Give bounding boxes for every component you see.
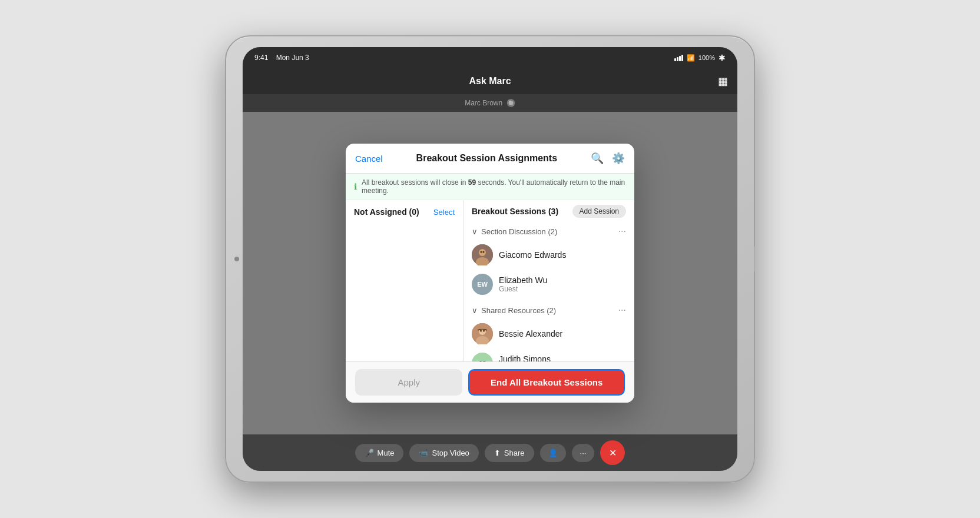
participant-info-judith: Judith Simons Guest (499, 354, 551, 361)
breakout-sessions-title: Breakout Sessions (3) (472, 207, 558, 216)
svg-point-9 (483, 330, 485, 332)
status-icons: 📶 100% ✱ (674, 53, 726, 62)
ipad-screen: 9:41 Mon Jun 3 📶 100% ✱ Ask Marc (243, 47, 737, 471)
modal-overlay: Cancel Breakout Session Assignments 🔍 ⚙️… (243, 112, 737, 434)
status-date: Mon Jun 3 (276, 54, 309, 62)
more-icon-1[interactable]: ··· (618, 226, 626, 237)
session-group-header-1: ∨ Section Discussion (2) ··· (463, 223, 634, 240)
session-group-label-1: ∨ Section Discussion (2) (472, 227, 557, 236)
info-banner: ℹ All breakout sessions will close in 59… (346, 174, 634, 200)
more-icon-2[interactable]: ··· (618, 305, 626, 316)
bottom-controls: 🎤 Mute 📹 Stop Video ⬆ Share 👤 ··· (243, 434, 737, 471)
modal-header-icons: 🔍 ⚙️ (591, 152, 625, 165)
modal-footer: Apply End All Breakout Sessions (346, 361, 634, 403)
mute-label: Mute (378, 449, 395, 457)
svg-point-1 (479, 249, 486, 256)
participants-icon: 👤 (548, 449, 558, 457)
app-header: Ask Marc ▦ (243, 68, 737, 94)
participant-row-judith: JS Judith Simons Guest (463, 348, 634, 361)
share-label: Share (504, 449, 525, 457)
signal-bar-4 (681, 55, 683, 61)
end-all-breakout-sessions-button[interactable]: End All Breakout Sessions (468, 369, 625, 396)
participant-row-elizabeth: EW Elizabeth Wu Guest (463, 270, 634, 299)
mute-icon: 🎤 (365, 449, 374, 457)
svg-point-4 (483, 251, 485, 253)
left-dot (234, 257, 239, 261)
more-button[interactable]: ··· (572, 444, 595, 462)
signal-bar-2 (677, 57, 678, 61)
session-group-2: ∨ Shared Resources (2) ··· (463, 301, 634, 361)
grid-icon[interactable]: ▦ (718, 75, 728, 88)
stop-video-button[interactable]: 📹 Stop Video (409, 444, 478, 462)
app-title: Ask Marc (469, 76, 511, 87)
participant-name-elizabeth: Elizabeth Wu (499, 275, 547, 285)
settings-icon[interactable]: ⚙️ (612, 152, 625, 165)
session-group-1: ∨ Section Discussion (2) ··· (463, 223, 634, 299)
status-bar-left: 9:41 Mon Jun 3 (254, 54, 309, 62)
chevron-down-icon-2: ∨ (472, 306, 478, 315)
avatar-bessie (472, 323, 493, 344)
left-panel: Not Assigned (0) Select (346, 200, 463, 361)
ipad-shell: 9:41 Mon Jun 3 📶 100% ✱ Ask Marc (225, 35, 755, 483)
app-area: Ask Marc ▦ Marc Brown 🔘 Cancel Breakout … (243, 68, 737, 471)
participant-info-elizabeth: Elizabeth Wu Guest (499, 275, 547, 293)
modal-title: Breakout Session Assignments (416, 153, 557, 164)
signal-bars (674, 55, 683, 61)
signal-bar-3 (679, 56, 681, 61)
share-button[interactable]: ⬆ Share (485, 444, 534, 462)
share-icon: ⬆ (494, 449, 501, 457)
host-name: Marc Brown (465, 99, 502, 107)
home-button[interactable] (745, 244, 754, 274)
avatar-img-bessie (472, 323, 493, 344)
meeting-bar: Marc Brown 🔘 (243, 94, 737, 112)
svg-point-8 (480, 330, 482, 332)
right-panel-header: Breakout Sessions (3) Add Session (463, 205, 634, 223)
main-content: Cancel Breakout Session Assignments 🔍 ⚙️… (243, 112, 737, 434)
participant-name-bessie: Bessie Alexander (499, 329, 562, 338)
modal-header: Cancel Breakout Session Assignments 🔍 ⚙️ (346, 144, 634, 174)
participant-row-bessie: Bessie Alexander (463, 319, 634, 348)
stop-video-label: Stop Video (432, 449, 469, 457)
bluetooth-icon[interactable]: ✱ (719, 53, 726, 62)
search-icon[interactable]: 🔍 (591, 152, 604, 165)
svg-point-3 (481, 251, 482, 253)
mute-button[interactable]: 🎤 Mute (355, 444, 404, 462)
chevron-down-icon-1: ∨ (472, 227, 478, 236)
end-call-button[interactable]: ✕ (600, 440, 625, 465)
signal-bar-1 (674, 58, 676, 61)
participant-name-giacomo: Giacomo Edwards (499, 250, 566, 260)
modal-body: Not Assigned (0) Select Breakout Session… (346, 200, 634, 361)
info-banner-text: All breakout sessions will close in 59 s… (362, 178, 626, 195)
avatar-elizabeth: EW (472, 274, 493, 295)
participant-info-giacomo: Giacomo Edwards (499, 250, 566, 260)
battery-label: 100% (698, 54, 715, 61)
end-call-icon: ✕ (609, 447, 617, 459)
session-group-name-2: Shared Resources (2) (481, 306, 556, 315)
status-time: 9:41 (254, 54, 268, 62)
wifi-icon: 📶 (687, 54, 695, 62)
video-icon: 📹 (419, 449, 428, 457)
not-assigned-title: Not Assigned (0) (354, 207, 419, 217)
session-group-label-2: ∨ Shared Resources (2) (472, 306, 556, 315)
apply-button[interactable]: Apply (355, 369, 462, 396)
participant-info-bessie: Bessie Alexander (499, 329, 562, 338)
right-panel: Breakout Sessions (3) Add Session ∨ Sect… (463, 200, 634, 361)
cancel-button[interactable]: Cancel (355, 154, 383, 164)
participant-role-elizabeth: Guest (499, 285, 547, 293)
avatar-giacomo (472, 244, 493, 265)
participant-name-judith: Judith Simons (499, 354, 551, 361)
info-icon: ℹ (354, 182, 357, 191)
session-group-name-1: Section Discussion (2) (481, 227, 557, 236)
status-bar: 9:41 Mon Jun 3 📶 100% ✱ (243, 47, 737, 68)
participant-row-giacomo: Giacomo Edwards (463, 240, 634, 270)
add-session-button[interactable]: Add Session (572, 205, 626, 218)
avatar-img-giacomo (472, 244, 493, 265)
more-icon: ··· (580, 449, 587, 457)
modal: Cancel Breakout Session Assignments 🔍 ⚙️… (346, 144, 634, 403)
select-button[interactable]: Select (433, 208, 455, 217)
left-panel-header: Not Assigned (0) Select (346, 207, 463, 221)
avatar-judith: JS (472, 353, 493, 361)
participants-button[interactable]: 👤 (540, 444, 566, 462)
session-group-header-2: ∨ Shared Resources (2) ··· (463, 301, 634, 319)
